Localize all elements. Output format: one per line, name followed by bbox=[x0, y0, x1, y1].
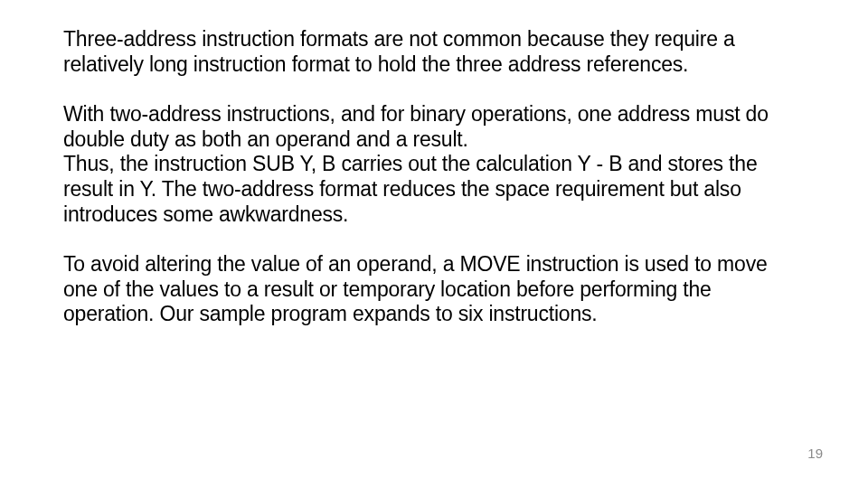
paragraph-2: With two-address instructions, and for b… bbox=[63, 102, 805, 227]
paragraph-2a: With two-address instructions, and for b… bbox=[63, 102, 769, 151]
paragraph-2b: Thus, the instruction SUB Y, B carries o… bbox=[63, 152, 757, 225]
slide: Three-address instruction formats are no… bbox=[0, 0, 868, 488]
paragraph-1: Three-address instruction formats are no… bbox=[63, 27, 805, 77]
paragraph-3: To avoid altering the value of an operan… bbox=[63, 252, 805, 327]
page-number: 19 bbox=[807, 446, 823, 461]
